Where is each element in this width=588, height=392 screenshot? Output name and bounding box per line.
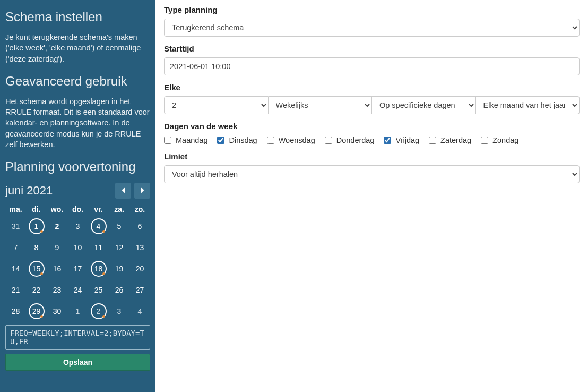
sidebar-para-intro: Je kunt terugkerende schema's maken ('el…	[5, 32, 150, 64]
calendar-day[interactable]: 6	[132, 218, 148, 234]
calendar-day[interactable]: 19	[111, 261, 127, 277]
day-label: Zondag	[492, 136, 518, 144]
calendar-weekday-header: za.	[109, 203, 129, 216]
select-bysetpos[interactable]: Op specificieke dagen	[372, 96, 476, 114]
select-type-planning[interactable]: Terugkerend schema	[164, 19, 580, 37]
day-checkbox-woensdag[interactable]: Woensdag	[267, 136, 315, 144]
calendar-prev-button[interactable]	[115, 183, 131, 199]
chevron-right-icon	[140, 186, 145, 195]
calendar-day[interactable]: 3	[111, 303, 127, 319]
rrule-textarea[interactable]: FREQ=WEEKLY;INTERVAL=2;BYDAY=TU,FR	[5, 325, 150, 350]
calendar-day[interactable]: 10	[70, 240, 86, 255]
calendar-day[interactable]: 23	[49, 282, 65, 298]
calendar-weekday-header: do.	[67, 203, 88, 216]
chevron-left-icon	[121, 186, 126, 195]
save-button[interactable]: Opslaan	[5, 354, 150, 371]
checkbox-donderdag[interactable]	[325, 137, 332, 144]
day-checkbox-vrijdag[interactable]: Vrijdag	[384, 136, 419, 144]
calendar-weekday-header: vr.	[88, 203, 109, 216]
calendar-day[interactable]: 22	[29, 282, 45, 298]
label-every: Elke	[164, 83, 580, 92]
sidebar-heading-advanced: Geavanceerd gebruik	[5, 74, 150, 89]
label-type-planning: Type planning	[164, 5, 580, 14]
calendar-day[interactable]: 31	[8, 218, 24, 234]
day-checkbox-maandag[interactable]: Maandag	[164, 136, 207, 144]
checkbox-maandag[interactable]	[164, 137, 171, 144]
calendar-day[interactable]: 9	[49, 240, 65, 255]
calendar-day[interactable]: 7	[8, 240, 24, 255]
calendar-day[interactable]: 14	[8, 261, 24, 277]
calendar-day[interactable]: 21	[8, 282, 24, 298]
calendar-day[interactable]: 2	[91, 303, 107, 319]
calendar-day[interactable]: 11	[91, 240, 107, 255]
day-checkbox-dinsdag[interactable]: Dinsdag	[217, 136, 257, 144]
select-limit[interactable]: Voor altijd herhalen	[164, 165, 580, 183]
main-form: Type planning Terugkerend schema Startti…	[155, 0, 588, 392]
checkbox-zaterdag[interactable]	[429, 137, 436, 144]
calendar-weekday-header: zo.	[129, 203, 150, 216]
calendar-day[interactable]: 27	[132, 282, 148, 298]
calendar-day[interactable]: 12	[111, 240, 127, 255]
calendar-day[interactable]: 1	[70, 303, 86, 319]
input-starttime[interactable]	[164, 57, 580, 75]
calendar-day[interactable]: 24	[70, 282, 86, 298]
calendar-next-button[interactable]	[134, 183, 150, 199]
day-label: Woensdag	[279, 136, 315, 144]
calendar-weekday-header: ma.	[5, 203, 26, 216]
checkbox-woensdag[interactable]	[267, 137, 274, 144]
day-label: Dinsdag	[229, 136, 257, 144]
label-starttime: Starttijd	[164, 44, 580, 53]
calendar-weekday-header: di.	[26, 203, 47, 216]
day-checkbox-zondag[interactable]: Zondag	[481, 136, 518, 144]
sidebar-para-advanced: Het schema wordt opgeslagen in het RRULE…	[5, 96, 150, 150]
calendar-day[interactable]: 26	[111, 282, 127, 298]
calendar-day[interactable]: 1	[29, 218, 45, 234]
sidebar: Schema instellen Je kunt terugkerende sc…	[0, 0, 155, 392]
select-bymonth[interactable]: Elke maand van het jaar	[476, 96, 580, 114]
calendar-day[interactable]: 2	[49, 218, 65, 234]
label-limit: Limiet	[164, 152, 580, 161]
calendar: ma.di.wo.do.vr.za.zo. 311234567891011121…	[5, 203, 150, 322]
calendar-day[interactable]: 13	[132, 240, 148, 255]
sidebar-heading-preview: Planning voorvertoning	[5, 159, 150, 174]
calendar-day[interactable]: 20	[132, 261, 148, 277]
calendar-day[interactable]: 25	[91, 282, 107, 298]
day-checkbox-zaterdag[interactable]: Zaterdag	[429, 136, 471, 144]
calendar-month-label: juni 2021	[5, 184, 53, 198]
calendar-day[interactable]: 30	[49, 303, 65, 319]
day-label: Donderdag	[336, 136, 375, 144]
calendar-weekday-header: wo.	[47, 203, 67, 216]
calendar-day[interactable]: 28	[8, 303, 24, 319]
checkbox-zondag[interactable]	[481, 137, 488, 144]
calendar-day[interactable]: 15	[29, 261, 45, 277]
calendar-day[interactable]: 4	[91, 218, 107, 234]
checkbox-dinsdag[interactable]	[217, 137, 224, 144]
calendar-day[interactable]: 16	[49, 261, 65, 277]
calendar-day[interactable]: 3	[70, 218, 86, 234]
day-label: Maandag	[176, 136, 207, 144]
calendar-day[interactable]: 8	[29, 240, 45, 255]
calendar-day[interactable]: 29	[29, 303, 45, 319]
calendar-day[interactable]: 17	[70, 261, 86, 277]
calendar-day[interactable]: 18	[91, 261, 107, 277]
day-label: Vrijdag	[395, 136, 419, 144]
day-checkbox-donderdag[interactable]: Donderdag	[325, 136, 375, 144]
sidebar-heading-schema: Schema instellen	[5, 10, 150, 24]
select-frequency[interactable]: Wekelijks	[269, 96, 373, 114]
calendar-day[interactable]: 5	[111, 218, 127, 234]
day-label: Zaterdag	[440, 136, 471, 144]
select-interval[interactable]: 2	[164, 96, 269, 114]
checkbox-vrijdag[interactable]	[384, 137, 391, 144]
label-days-of-week: Dagen van de week	[164, 122, 580, 131]
calendar-day[interactable]: 4	[132, 303, 148, 319]
